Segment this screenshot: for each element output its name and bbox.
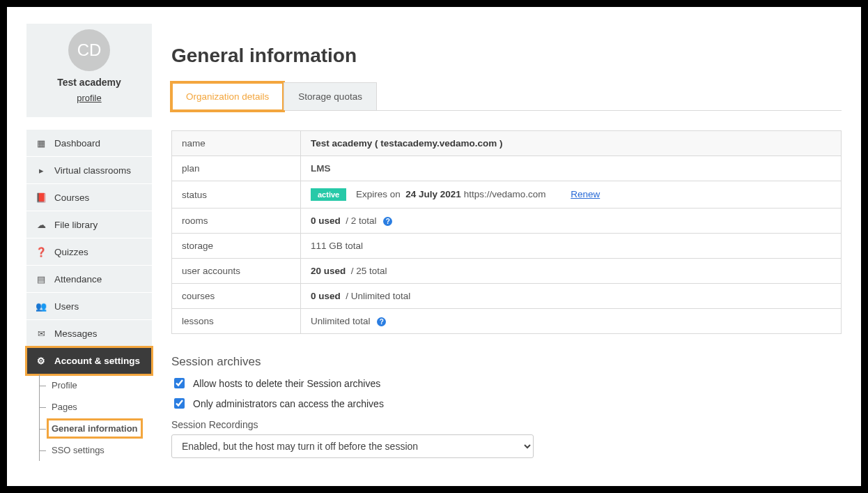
details-table: name Test academy ( testacademy.vedamo.c… [171, 130, 842, 334]
courses-used: 0 used [311, 291, 341, 301]
check-allow-hosts-delete[interactable]: Allow hosts to delete their Session arch… [171, 376, 842, 390]
rooms-total: / 2 total [346, 215, 376, 226]
sidebar-item-label: Messages [54, 328, 98, 339]
table-row: rooms 0 used / 2 total ? [172, 208, 842, 234]
mail-icon: ✉ [35, 328, 47, 339]
sidebar-item-label: Attendance [54, 274, 102, 285]
help-icon[interactable]: ? [383, 217, 392, 226]
check-only-admins-access[interactable]: Only administrators can access the archi… [171, 396, 842, 411]
cell-label: plan [172, 156, 301, 181]
help-icon[interactable]: ? [377, 317, 386, 326]
table-row: status active Expires on 24 July 2021 ht… [172, 181, 842, 208]
table-row: courses 0 used / Unlimited total [172, 284, 842, 309]
org-name: Test academy [32, 77, 146, 88]
cell-value: active Expires on 24 July 2021 https://v… [301, 181, 842, 208]
main-content: General information Organization details… [171, 24, 842, 486]
sidebar-subitem-label: Pages [52, 402, 77, 412]
cell-value: 20 used / 25 total [301, 259, 842, 284]
sidebar-nav: ▦ Dashboard ▸ Virtual classrooms 📕 Cours… [26, 130, 152, 461]
sidebar-subitem-sso-settings[interactable]: SSO settings [39, 439, 152, 461]
sidebar-item-messages[interactable]: ✉ Messages [26, 320, 152, 347]
sidebar-subnav: Profile Pages General information SSO se… [26, 374, 152, 461]
cell-label: courses [172, 284, 301, 309]
users-icon: 👥 [35, 301, 47, 312]
table-row: plan LMS [172, 156, 842, 181]
checkbox-label: Only administrators can access the archi… [193, 398, 384, 409]
cell-value: LMS [301, 156, 842, 181]
gear-icon: ⚙ [35, 356, 47, 366]
table-row: storage 111 GB total [172, 234, 842, 259]
cell-value: Unlimited total ? [301, 309, 842, 334]
table-row: name Test academy ( testacademy.vedamo.c… [172, 131, 842, 156]
sidebar-item-courses[interactable]: 📕 Courses [26, 184, 152, 211]
sidebar-item-label: Virtual classrooms [54, 165, 131, 176]
sidebar-item-label: Quizzes [54, 247, 88, 257]
sidebar-item-account-settings[interactable]: ⚙ Account & settings [26, 347, 152, 374]
renew-link[interactable]: Renew [571, 189, 600, 199]
cell-label: name [172, 131, 301, 156]
profile-link[interactable]: profile [77, 93, 101, 103]
cell-value: 0 used / 2 total ? [301, 208, 842, 234]
cloud-icon: ☁ [35, 220, 47, 230]
cell-value: 0 used / Unlimited total [301, 284, 842, 309]
accounts-used: 20 used [311, 266, 346, 276]
help-icon: ❓ [35, 247, 47, 257]
checkbox-label: Allow hosts to delete their Session arch… [193, 378, 380, 389]
session-archives-heading: Session archives [171, 355, 842, 369]
sidebar-item-label: Account & settings [54, 356, 140, 366]
sidebar-subitem-label: SSO settings [52, 445, 104, 455]
list-icon: ▤ [35, 274, 47, 285]
play-icon: ▸ [35, 165, 47, 176]
tab-storage-quotas[interactable]: Storage quotas [284, 82, 377, 110]
page-title: General information [171, 45, 842, 67]
lessons-value: Unlimited total [311, 316, 371, 326]
book-icon: 📕 [35, 192, 47, 203]
sidebar-item-label: Users [54, 301, 79, 312]
status-url: https://vedamo.com [464, 189, 546, 199]
cell-label: status [172, 181, 301, 208]
table-row: user accounts 20 used / 25 total [172, 259, 842, 284]
dashboard-icon: ▦ [35, 138, 47, 149]
cell-label: storage [172, 234, 301, 259]
cell-label: rooms [172, 208, 301, 234]
sidebar-item-virtual-classrooms[interactable]: ▸ Virtual classrooms [26, 157, 152, 184]
sidebar-item-users[interactable]: 👥 Users [26, 293, 152, 320]
sidebar-item-label: Dashboard [54, 138, 100, 149]
expires-label: Expires on [356, 189, 401, 199]
accounts-total: / 25 total [351, 266, 387, 276]
profile-card: CD Test academy profile [26, 24, 152, 117]
sidebar-item-quizzes[interactable]: ❓ Quizzes [26, 238, 152, 266]
tab-organization-details[interactable]: Organization details [171, 82, 284, 111]
status-badge: active [311, 188, 346, 201]
session-recordings-select[interactable]: Enabled, but the host may turn it off be… [171, 434, 534, 458]
cell-value: 111 GB total [301, 234, 842, 259]
expires-date: 24 July 2021 [405, 189, 461, 199]
sidebar-item-file-library[interactable]: ☁ File library [26, 211, 152, 238]
courses-total: / Unlimited total [346, 291, 410, 301]
avatar: CD [68, 29, 110, 71]
checkbox-only-admins-access[interactable] [174, 398, 185, 409]
sidebar-subitem-label: General information [52, 423, 138, 434]
sidebar-subitem-pages[interactable]: Pages [39, 396, 152, 418]
sidebar-subitem-general-information[interactable]: General information [39, 418, 152, 439]
sidebar-subitem-profile[interactable]: Profile [39, 374, 152, 396]
cell-label: lessons [172, 309, 301, 334]
cell-label: user accounts [172, 259, 301, 284]
sidebar-item-attendance[interactable]: ▤ Attendance [26, 266, 152, 293]
sidebar: CD Test academy profile ▦ Dashboard ▸ Vi… [26, 24, 152, 486]
sidebar-item-label: File library [54, 220, 98, 230]
table-row: lessons Unlimited total ? [172, 309, 842, 334]
cell-value: Test academy ( testacademy.vedamo.com ) [301, 131, 842, 156]
sidebar-item-dashboard[interactable]: ▦ Dashboard [26, 130, 152, 157]
sidebar-subitem-label: Profile [52, 380, 77, 390]
checkbox-allow-hosts-delete[interactable] [174, 378, 185, 388]
session-recordings-label: Session Recordings [171, 419, 842, 430]
rooms-used: 0 used [311, 215, 341, 226]
tabs: Organization details Storage quotas [171, 82, 842, 111]
sidebar-item-label: Courses [54, 192, 89, 203]
